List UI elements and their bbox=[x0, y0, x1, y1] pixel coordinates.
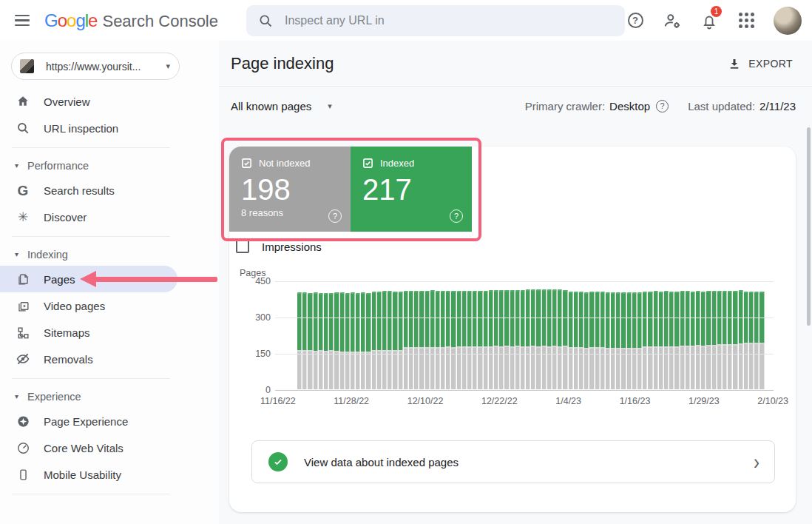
chart-bar[interactable] bbox=[526, 289, 530, 389]
chart-bar[interactable] bbox=[648, 292, 652, 389]
chart-bar[interactable] bbox=[579, 292, 583, 389]
chart-bar[interactable] bbox=[393, 292, 397, 389]
chart-bar[interactable] bbox=[399, 292, 403, 389]
impressions-checkbox[interactable] bbox=[236, 240, 249, 253]
chart-bar[interactable] bbox=[686, 291, 690, 389]
checkbox-checked-icon[interactable] bbox=[241, 158, 252, 169]
chart-bar[interactable] bbox=[334, 292, 339, 389]
page-filter-dropdown[interactable]: All known pages ▾ bbox=[231, 100, 332, 112]
indexed-card[interactable]: Indexed 217 ? bbox=[351, 147, 472, 232]
chart-bar[interactable] bbox=[584, 292, 589, 389]
chart-bar[interactable] bbox=[324, 293, 328, 389]
chart-bar[interactable] bbox=[462, 291, 467, 389]
chart-bar[interactable] bbox=[425, 291, 430, 389]
chart-bar[interactable] bbox=[340, 292, 345, 389]
sidebar-item-pages[interactable]: Pages bbox=[0, 266, 177, 292]
chart-bar[interactable] bbox=[302, 292, 307, 389]
chart-bar[interactable] bbox=[366, 293, 371, 389]
chart-bar[interactable] bbox=[632, 292, 637, 389]
chart-bar[interactable] bbox=[457, 291, 461, 390]
chart-bar[interactable] bbox=[637, 292, 642, 389]
chart-bar[interactable] bbox=[744, 292, 748, 389]
chart-bar[interactable] bbox=[361, 292, 365, 389]
checkbox-checked-icon[interactable] bbox=[362, 158, 373, 169]
sidebar-item-page-experience[interactable]: Page Experience bbox=[0, 408, 219, 434]
chart-bar[interactable] bbox=[733, 291, 737, 389]
chart-bar[interactable] bbox=[382, 291, 387, 389]
sidebar-item-core-web-vitals[interactable]: Core Web Vitals bbox=[0, 434, 219, 461]
chart-bar[interactable] bbox=[478, 291, 482, 389]
sidebar-item-discover[interactable]: ✳ Discover bbox=[0, 204, 219, 230]
sidebar-item-removals[interactable]: Removals bbox=[0, 346, 219, 372]
chart-bar[interactable] bbox=[451, 291, 456, 389]
chart-bar[interactable] bbox=[404, 291, 408, 389]
chart-bar[interactable] bbox=[372, 292, 376, 389]
help-icon[interactable]: ? bbox=[328, 209, 342, 223]
chart-bar[interactable] bbox=[504, 290, 509, 389]
sidebar-item-mobile-usability[interactable]: Mobile Usability bbox=[0, 461, 219, 488]
chart-bar[interactable] bbox=[563, 290, 567, 389]
chart-bar[interactable] bbox=[552, 289, 557, 389]
chart-bar[interactable] bbox=[659, 292, 663, 389]
sidebar-section-indexing[interactable]: ▾ Indexing bbox=[0, 243, 219, 266]
chart-bar[interactable] bbox=[723, 291, 727, 389]
manage-users-button[interactable] bbox=[663, 11, 682, 30]
chart-bar[interactable] bbox=[499, 290, 504, 389]
chart-bar[interactable] bbox=[616, 292, 620, 389]
chart-bar[interactable] bbox=[510, 290, 515, 389]
chart-bar[interactable] bbox=[558, 289, 562, 389]
chart-bar[interactable] bbox=[691, 292, 695, 389]
chart-bar[interactable] bbox=[329, 293, 334, 389]
chart-bar[interactable] bbox=[409, 291, 413, 389]
chart-bar[interactable] bbox=[536, 289, 541, 389]
chart-bar[interactable] bbox=[589, 292, 594, 389]
chart-bar[interactable] bbox=[643, 292, 647, 389]
chart-bar[interactable] bbox=[297, 292, 302, 389]
chart-bar[interactable] bbox=[345, 293, 350, 389]
vertical-scrollbar[interactable] bbox=[807, 127, 811, 326]
chart-bar[interactable] bbox=[414, 291, 419, 389]
sidebar-item-video-pages[interactable]: Video pages bbox=[0, 292, 219, 319]
avatar[interactable] bbox=[774, 7, 802, 35]
not-indexed-card[interactable]: Not indexed 198 8 reasons ? bbox=[229, 147, 351, 232]
help-icon[interactable]: ? bbox=[450, 209, 463, 223]
chart-bar[interactable] bbox=[664, 291, 669, 389]
chart-bar[interactable] bbox=[441, 291, 445, 389]
chart-bar[interactable] bbox=[728, 291, 732, 389]
sidebar-item-search-results[interactable]: G Search results bbox=[0, 177, 219, 204]
chart-bar[interactable] bbox=[489, 290, 493, 389]
chart-bar[interactable] bbox=[706, 291, 711, 389]
chart-bar[interactable] bbox=[377, 292, 382, 389]
chart-bar[interactable] bbox=[669, 292, 674, 389]
chart-bar[interactable] bbox=[467, 291, 472, 389]
chart-bar[interactable] bbox=[430, 290, 435, 389]
chevron-right-icon[interactable]: › bbox=[754, 451, 759, 473]
chart-bar[interactable] bbox=[611, 292, 615, 389]
chart-bar[interactable] bbox=[419, 291, 424, 389]
help-icon[interactable]: ? bbox=[656, 100, 669, 112]
chart-bar[interactable] bbox=[484, 291, 488, 390]
chart-bar[interactable] bbox=[319, 293, 323, 389]
chart-bar[interactable] bbox=[542, 289, 547, 389]
sidebar-section-performance[interactable]: ▾ Performance bbox=[0, 154, 219, 177]
chart-bar[interactable] bbox=[531, 289, 535, 389]
view-indexed-data-link[interactable]: View data about indexed pages › bbox=[251, 440, 775, 483]
chart-bar[interactable] bbox=[606, 292, 610, 389]
chart-bar[interactable] bbox=[696, 291, 700, 389]
sidebar-item-overview[interactable]: Overview bbox=[0, 88, 219, 115]
chart-bar[interactable] bbox=[515, 290, 520, 389]
chart-bar[interactable] bbox=[754, 292, 759, 389]
chart-bar[interactable] bbox=[388, 291, 392, 389]
chart-bar[interactable] bbox=[521, 290, 525, 389]
chart-bar[interactable] bbox=[314, 292, 318, 389]
sidebar-item-url-inspection[interactable]: URL inspection bbox=[0, 115, 219, 141]
url-inspect-searchbox[interactable] bbox=[246, 5, 625, 36]
chart-bar[interactable] bbox=[621, 292, 626, 389]
chart-bar[interactable] bbox=[701, 292, 706, 389]
help-button[interactable]: ? bbox=[626, 11, 645, 30]
chart-bar[interactable] bbox=[436, 291, 440, 389]
export-button[interactable]: EXPORT bbox=[728, 57, 793, 70]
chart-bar[interactable] bbox=[446, 291, 450, 389]
chart-bar[interactable] bbox=[574, 292, 578, 389]
chart-bar[interactable] bbox=[674, 292, 679, 389]
